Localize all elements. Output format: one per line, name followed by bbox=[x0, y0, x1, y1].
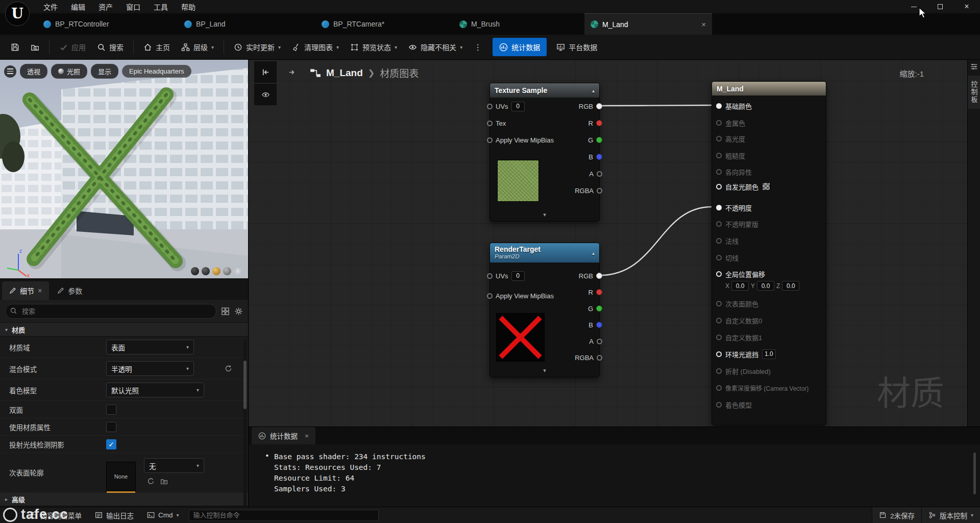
details-search-input[interactable] bbox=[5, 304, 216, 319]
pin-refraction[interactable]: 折射 (Disabled) bbox=[716, 367, 771, 375]
input-pin[interactable] bbox=[716, 351, 722, 357]
use-material-attributes-checkbox[interactable] bbox=[106, 422, 116, 432]
display-options-icon[interactable] bbox=[221, 307, 230, 316]
lit-button[interactable]: 光照 bbox=[51, 64, 87, 79]
graph-forward-button[interactable] bbox=[281, 61, 303, 83]
pin-b[interactable]: B bbox=[589, 321, 602, 329]
close-icon[interactable]: × bbox=[305, 432, 309, 440]
settings-gear-icon[interactable] bbox=[234, 307, 243, 316]
save-button[interactable] bbox=[6, 39, 24, 56]
output-pin[interactable] bbox=[597, 171, 602, 177]
search-button[interactable]: 搜索 bbox=[92, 38, 128, 56]
details-scrollbar[interactable] bbox=[243, 340, 247, 523]
sphere-grey-icon[interactable] bbox=[223, 267, 231, 275]
output-pin[interactable] bbox=[596, 103, 602, 109]
node-expand-icon[interactable]: ▾ bbox=[490, 367, 599, 374]
version-control-button[interactable]: 版本控制 ▾ bbox=[921, 507, 980, 523]
pin-custom-data-1[interactable]: 自定义数据1 bbox=[716, 333, 762, 341]
maximize-button[interactable] bbox=[927, 0, 953, 13]
home-button[interactable]: 主页 bbox=[139, 38, 175, 56]
section-advanced[interactable]: ▸ 高级 bbox=[0, 492, 248, 506]
stats-scrollbar[interactable] bbox=[973, 453, 976, 494]
output-pin[interactable] bbox=[597, 355, 602, 361]
tab-close-icon[interactable]: × bbox=[701, 20, 706, 29]
pin-a[interactable]: A bbox=[589, 170, 602, 178]
cast-ray-traced-shadows-checkbox[interactable]: ✓ bbox=[106, 439, 116, 449]
pin-r[interactable]: R bbox=[589, 288, 602, 296]
console-command-input[interactable] bbox=[189, 510, 379, 521]
input-pin[interactable] bbox=[716, 136, 722, 141]
unreal-logo[interactable]: U bbox=[5, 2, 30, 26]
graph-eye-button[interactable] bbox=[254, 84, 277, 105]
input-pin[interactable] bbox=[487, 121, 493, 126]
pin-apply-view-mipbias[interactable]: Apply View MipBias bbox=[487, 292, 554, 300]
pin-r[interactable]: R bbox=[589, 119, 602, 127]
tab-stats[interactable]: 统计数据 × bbox=[252, 427, 315, 444]
uvs-value[interactable]: 0 bbox=[511, 271, 525, 281]
node-m-land-result[interactable]: M_Land 基础颜色 金属色 高光度 粗糙度 各向异性 自发光颜色 不透明度 … bbox=[712, 81, 826, 425]
ao-value[interactable]: 1.0 bbox=[762, 349, 776, 359]
two-sided-checkbox[interactable] bbox=[106, 405, 116, 415]
pin-apply-view-mipbias[interactable]: Apply View MipBias bbox=[487, 136, 554, 144]
uvs-value[interactable]: 0 bbox=[511, 102, 525, 111]
collapse-icon[interactable]: ▴ bbox=[592, 88, 595, 93]
input-pin[interactable] bbox=[716, 103, 722, 109]
pin-uvs[interactable]: UVs 0 bbox=[487, 272, 525, 280]
output-pin[interactable] bbox=[596, 322, 602, 328]
show-button[interactable]: 显示 bbox=[91, 64, 118, 79]
scene-selector-button[interactable]: Epic Headquarters bbox=[122, 65, 191, 78]
pin-tex[interactable]: Tex bbox=[487, 119, 506, 127]
input-pin[interactable] bbox=[716, 318, 722, 323]
input-pin[interactable] bbox=[716, 335, 722, 340]
pin-base-color[interactable]: 基础颜色 bbox=[716, 102, 752, 110]
pin-opacity-mask[interactable]: 不透明蒙版 bbox=[716, 220, 758, 228]
clean-graph-button[interactable]: 清理图表 ▾ bbox=[287, 38, 344, 56]
input-pin[interactable] bbox=[716, 205, 722, 210]
node-header[interactable]: RenderTarget Param2D ▴ bbox=[490, 243, 599, 263]
input-pin[interactable] bbox=[716, 153, 722, 158]
unsaved-changes-button[interactable]: 2未保存 bbox=[872, 507, 921, 523]
pin-shading-model[interactable]: 着色模型 bbox=[716, 400, 752, 409]
pin-normal[interactable]: 法线 bbox=[716, 236, 739, 245]
pin-opacity[interactable]: 不透明度 bbox=[716, 203, 752, 211]
browse-asset-icon[interactable] bbox=[160, 478, 168, 485]
node-header[interactable]: Texture Sample ▴ bbox=[490, 83, 599, 98]
pin-anisotropy[interactable]: 各向异性 bbox=[716, 168, 752, 176]
node-header[interactable]: M_Land bbox=[712, 82, 826, 96]
pin-custom-data-0[interactable]: 自定义数据0 bbox=[716, 316, 762, 324]
output-pin[interactable] bbox=[596, 154, 602, 160]
tab-m-brush[interactable]: M_Brush bbox=[453, 13, 506, 35]
input-pin[interactable] bbox=[716, 385, 722, 391]
input-pin[interactable] bbox=[716, 221, 722, 227]
pin-subsurface-color[interactable]: 次表面颜色 bbox=[716, 299, 758, 307]
pin-roughness[interactable]: 粗糙度 bbox=[716, 151, 745, 159]
output-pin[interactable] bbox=[596, 289, 602, 295]
reset-to-default-icon[interactable] bbox=[225, 365, 232, 372]
input-pin[interactable] bbox=[716, 271, 722, 277]
input-pin[interactable] bbox=[716, 238, 722, 244]
pin-rgb[interactable]: RGB bbox=[579, 272, 602, 280]
menu-help[interactable]: 帮助 bbox=[175, 0, 202, 13]
input-pin[interactable] bbox=[716, 120, 722, 126]
pin-ambient-occlusion[interactable]: 环境光遮挡1.0 bbox=[716, 350, 776, 358]
stats-button[interactable]: 统计数据 bbox=[493, 38, 547, 56]
toolbar-overflow-button[interactable]: ⋮ bbox=[469, 38, 486, 56]
input-pin[interactable] bbox=[716, 169, 722, 175]
cmd-selector[interactable]: Cmd ▾ bbox=[140, 507, 186, 523]
palette-tab[interactable]: 控制板 bbox=[968, 76, 980, 109]
apply-button[interactable]: 应用 bbox=[55, 38, 90, 56]
output-pin[interactable] bbox=[597, 339, 602, 344]
subsurface-profile-thumbnail[interactable]: None bbox=[106, 462, 136, 491]
preview-viewport[interactable]: 透视 光照 显示 Epic Headquarters z x bbox=[0, 60, 248, 278]
blend-mode-dropdown[interactable]: 半透明 ▾ bbox=[106, 361, 194, 376]
browse-to-asset-button[interactable] bbox=[26, 39, 44, 56]
node-expand-icon[interactable]: ▾ bbox=[490, 211, 599, 218]
sphere-dark-icon[interactable] bbox=[202, 267, 210, 275]
output-pin[interactable] bbox=[596, 305, 602, 312]
input-pin[interactable] bbox=[487, 104, 493, 109]
tab-details[interactable]: 细节 × bbox=[2, 281, 49, 300]
pin-uvs[interactable]: UVs 0 bbox=[487, 102, 525, 110]
pin-metallic[interactable]: 金属色 bbox=[716, 118, 745, 127]
input-pin[interactable] bbox=[487, 137, 493, 143]
pin-specular[interactable]: 高光度 bbox=[716, 134, 745, 142]
